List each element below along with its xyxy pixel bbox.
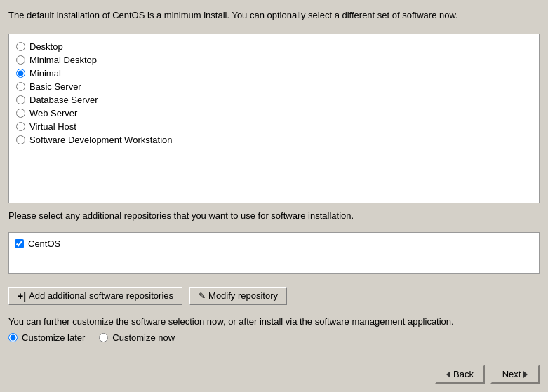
centos-repo-label: CentOS — [28, 238, 60, 249]
software-radio-list: DesktopMinimal DesktopMinimalBasic Serve… — [16, 41, 532, 196]
radio-software-dev[interactable] — [16, 135, 25, 144]
repositories-panel: CentOS — [8, 232, 540, 274]
repo-buttons-bar: +| Add additional software repositories … — [8, 287, 540, 305]
next-label: Next — [502, 369, 521, 379]
customize-later-label: Customize later — [22, 332, 85, 343]
radio-virtual-host[interactable] — [16, 122, 25, 131]
radio-web-server[interactable] — [16, 109, 25, 118]
software-selection-panel: DesktopMinimal DesktopMinimalBasic Serve… — [8, 34, 540, 203]
label-minimal: Minimal — [29, 68, 61, 79]
description-text: The default installation of CentOS is a … — [8, 8, 540, 22]
centos-repo-checkbox[interactable] — [15, 239, 24, 248]
software-option-database-server[interactable]: Database Server — [16, 95, 532, 105]
software-option-basic-server[interactable]: Basic Server — [16, 81, 532, 92]
customize-later-radio[interactable] — [8, 333, 18, 342]
label-database-server: Database Server — [29, 95, 98, 105]
software-option-software-dev[interactable]: Software Development Workstation — [16, 135, 532, 145]
repositories-label: Please select any additional repositorie… — [8, 210, 540, 221]
customize-now-label: Customize now — [112, 332, 175, 343]
label-virtual-host: Virtual Host — [29, 121, 76, 132]
back-arrow-icon — [446, 371, 450, 378]
centos-repo-item[interactable]: CentOS — [15, 238, 533, 249]
label-minimal-desktop: Minimal Desktop — [29, 55, 97, 65]
radio-basic-server[interactable] — [16, 82, 25, 91]
customize-text: You can further customize the software s… — [8, 315, 540, 329]
back-label: Back — [453, 369, 474, 379]
label-software-dev: Software Development Workstation — [29, 135, 173, 145]
radio-minimal[interactable] — [16, 69, 25, 78]
modify-repository-label: Modify repository — [208, 290, 278, 301]
bottom-navigation-bar: Back Next — [8, 365, 540, 384]
radio-minimal-desktop[interactable] — [16, 55, 25, 65]
software-option-web-server[interactable]: Web Server — [16, 108, 532, 119]
radio-database-server[interactable] — [16, 95, 25, 104]
modify-repository-button[interactable]: ✎ Modify repository — [189, 287, 287, 305]
software-option-minimal[interactable]: Minimal — [16, 68, 532, 79]
back-button[interactable]: Back — [435, 365, 485, 384]
customize-section: You can further customize the software s… — [8, 315, 540, 344]
customize-now-radio[interactable] — [99, 333, 108, 342]
software-option-minimal-desktop[interactable]: Minimal Desktop — [16, 55, 532, 65]
add-repositories-label: Add additional software repositories — [29, 290, 173, 301]
software-option-virtual-host[interactable]: Virtual Host — [16, 121, 532, 132]
customize-later-item[interactable]: Customize later — [8, 332, 85, 343]
label-basic-server: Basic Server — [29, 81, 81, 92]
next-button[interactable]: Next — [490, 365, 540, 384]
label-web-server: Web Server — [29, 108, 77, 119]
label-desktop: Desktop — [29, 41, 63, 52]
add-repositories-button[interactable]: +| Add additional software repositories — [8, 287, 182, 305]
radio-desktop[interactable] — [16, 42, 25, 51]
modify-icon: ✎ — [199, 291, 206, 301]
customize-radios: Customize later Customize now — [8, 332, 540, 343]
customize-now-item[interactable]: Customize now — [99, 332, 175, 343]
software-option-desktop[interactable]: Desktop — [16, 41, 532, 52]
add-icon: +| — [18, 290, 26, 302]
next-arrow-icon — [523, 371, 528, 378]
